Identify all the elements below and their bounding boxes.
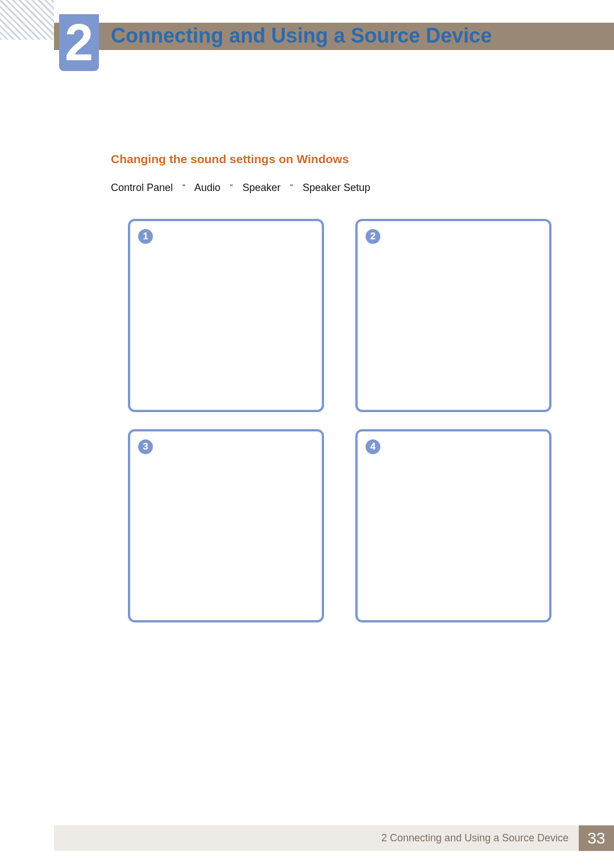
chapter-title: Connecting and Using a Source Device [111,24,492,48]
step-badge: 1 [138,229,153,244]
chapter-badge: 2 [59,14,99,71]
crumb: Speaker [243,182,281,193]
screenshot-box: 1 [128,219,324,412]
chapter-number: 2 [59,14,99,71]
crumb: Speaker Setup [302,182,370,193]
corner-hatch [0,0,54,40]
crumb-sep: “ [182,182,185,192]
footer-text: 2 Connecting and Using a Source Device [54,825,579,851]
crumb-sep: “ [230,182,233,192]
screenshot-grid: 1 2 3 4 [128,219,554,622]
footer-page-number: 33 [579,825,614,851]
breadcrumb: Control Panel “ Audio “ Speaker “ Speake… [111,182,370,194]
screenshot-box: 2 [355,219,551,412]
step-badge: 2 [366,229,380,244]
section-title: Changing the sound settings on Windows [111,152,349,166]
step-badge: 4 [366,439,380,454]
screenshot-box: 4 [355,429,551,622]
crumb: Audio [194,182,221,193]
footer: 2 Connecting and Using a Source Device 3… [54,825,614,851]
step-badge: 3 [138,439,153,454]
crumb: Control Panel [111,182,173,193]
screenshot-box: 3 [128,429,324,622]
crumb-sep: “ [291,182,293,192]
